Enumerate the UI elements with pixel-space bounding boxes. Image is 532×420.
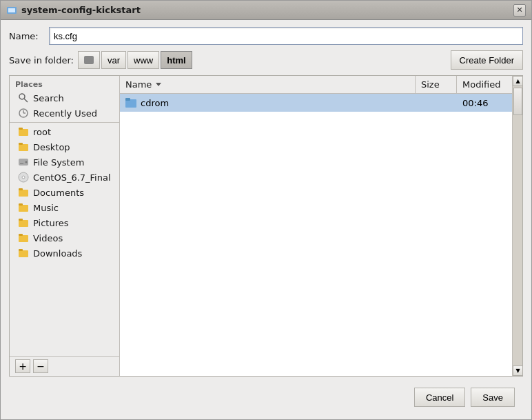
save-in-folder-label: Save in folder: bbox=[9, 55, 75, 66]
svg-rect-8 bbox=[19, 128, 23, 130]
svg-line-3 bbox=[24, 99, 28, 102]
breadcrumb-html[interactable]: html bbox=[161, 51, 192, 69]
column-modified-label: Modified bbox=[462, 79, 500, 90]
file-size-cell bbox=[416, 94, 457, 112]
sidebar-item-centos[interactable]: CentOS_6.7_Final bbox=[10, 170, 119, 185]
table-row[interactable]: cdrom 00:46 bbox=[120, 94, 512, 112]
sidebar-item-music[interactable]: Music bbox=[10, 200, 119, 215]
folder-row: Save in folder: var www html Create Fold… bbox=[9, 50, 523, 70]
breadcrumb-www-label: www bbox=[134, 55, 153, 66]
breadcrumb-root[interactable] bbox=[78, 51, 100, 69]
svg-rect-16 bbox=[19, 190, 28, 197]
sidebar-item-documents[interactable]: Documents bbox=[10, 185, 119, 200]
svg-rect-27 bbox=[125, 98, 130, 101]
column-size[interactable]: Size bbox=[416, 76, 457, 93]
svg-rect-19 bbox=[19, 203, 23, 206]
breadcrumb-var[interactable]: var bbox=[101, 51, 126, 69]
file-modified-cell: 00:46 bbox=[457, 94, 512, 112]
create-folder-button[interactable]: Create Folder bbox=[451, 50, 523, 70]
sidebar-item-centos-label: CentOS_6.7_Final bbox=[33, 172, 111, 183]
svg-rect-23 bbox=[19, 234, 23, 236]
cdrom-icon bbox=[18, 172, 29, 183]
scrollbar-track[interactable] bbox=[513, 86, 522, 366]
sidebar-item-documents-label: Documents bbox=[33, 188, 84, 198]
titlebar: system-config-kickstart ✕ bbox=[1, 1, 531, 20]
scrollbar-down-button[interactable]: ▼ bbox=[513, 366, 523, 376]
file-list: Name Size Modified bbox=[120, 76, 512, 376]
file-list-header: Name Size Modified bbox=[120, 76, 512, 94]
main-area: Places Search Recently Used bbox=[9, 75, 523, 377]
clock-icon bbox=[18, 108, 29, 119]
svg-rect-13 bbox=[20, 163, 23, 164]
sidebar-divider-1 bbox=[10, 122, 119, 123]
sidebar-item-downloads[interactable]: Downloads bbox=[10, 246, 119, 261]
name-row: Name: bbox=[9, 27, 523, 45]
svg-rect-25 bbox=[19, 249, 23, 251]
svg-point-15 bbox=[22, 176, 25, 179]
name-label: Name: bbox=[9, 31, 43, 41]
breadcrumb-www[interactable]: www bbox=[127, 51, 159, 69]
harddrive-icon bbox=[18, 157, 29, 168]
cancel-button[interactable]: Cancel bbox=[414, 388, 465, 407]
remove-bookmark-button[interactable]: − bbox=[33, 359, 48, 373]
folder-icon bbox=[18, 217, 29, 228]
folder-icon bbox=[18, 187, 29, 198]
sidebar-item-root-label: root bbox=[33, 127, 51, 137]
column-name-label: Name bbox=[125, 79, 152, 90]
harddrive-icon bbox=[84, 56, 94, 64]
sidebar-item-downloads-label: Downloads bbox=[33, 248, 82, 259]
svg-rect-7 bbox=[19, 129, 28, 136]
svg-rect-24 bbox=[19, 250, 28, 257]
sidebar-item-search-label: Search bbox=[33, 93, 64, 103]
app-icon bbox=[6, 5, 17, 16]
sidebar-item-desktop[interactable]: Desktop bbox=[10, 139, 119, 154]
column-name[interactable]: Name bbox=[120, 76, 416, 93]
dialog-title: system-config-kickstart bbox=[21, 5, 141, 15]
sidebar: Places Search Recently Used bbox=[10, 76, 120, 376]
sidebar-item-videos-label: Videos bbox=[33, 233, 63, 243]
file-modified-label: 00:46 bbox=[462, 98, 488, 108]
sidebar-item-music-label: Music bbox=[33, 203, 59, 213]
breadcrumb-container: var www html bbox=[78, 51, 448, 69]
save-button[interactable]: Save bbox=[471, 388, 515, 407]
sidebar-places-header: Places bbox=[10, 76, 119, 90]
sidebar-item-filesystem[interactable]: File System bbox=[10, 154, 119, 170]
breadcrumb-var-label: var bbox=[108, 55, 120, 66]
add-bookmark-button[interactable]: + bbox=[15, 359, 30, 373]
sidebar-item-filesystem-label: File System bbox=[33, 157, 84, 168]
breadcrumb-html-label: html bbox=[167, 55, 185, 66]
svg-rect-21 bbox=[19, 219, 23, 221]
column-sort-icon bbox=[156, 83, 161, 86]
scrollbar-up-button[interactable]: ▲ bbox=[513, 76, 523, 86]
search-icon bbox=[18, 92, 29, 103]
folder-icon bbox=[18, 248, 29, 259]
svg-rect-20 bbox=[19, 220, 28, 227]
sidebar-item-pictures-label: Pictures bbox=[33, 218, 68, 228]
svg-point-12 bbox=[25, 161, 28, 163]
folder-icon bbox=[18, 141, 29, 152]
dialog-content: Name: Save in folder: var www html Cre bbox=[1, 20, 531, 419]
save-dialog: system-config-kickstart ✕ Name: Save in … bbox=[0, 0, 532, 420]
svg-rect-1 bbox=[8, 8, 15, 12]
sidebar-item-recently-used[interactable]: Recently Used bbox=[10, 106, 119, 121]
sidebar-item-pictures[interactable]: Pictures bbox=[10, 215, 119, 230]
sidebar-footer: + − bbox=[10, 356, 119, 376]
name-input[interactable] bbox=[49, 27, 523, 45]
folder-icon bbox=[18, 202, 29, 213]
column-modified[interactable]: Modified bbox=[457, 76, 512, 93]
file-list-body: cdrom 00:46 bbox=[120, 94, 512, 376]
sidebar-item-search[interactable]: Search bbox=[10, 90, 119, 106]
scrollbar: ▲ ▼ bbox=[512, 76, 522, 376]
sidebar-item-root[interactable]: root bbox=[10, 124, 119, 139]
scrollbar-thumb[interactable] bbox=[513, 88, 522, 115]
svg-rect-22 bbox=[19, 235, 28, 242]
file-name-cell: cdrom bbox=[120, 94, 416, 112]
sidebar-item-desktop-label: Desktop bbox=[33, 142, 70, 152]
folder-icon bbox=[125, 98, 136, 108]
close-button[interactable]: ✕ bbox=[513, 4, 526, 17]
titlebar-left: system-config-kickstart bbox=[6, 5, 141, 16]
sidebar-item-videos[interactable]: Videos bbox=[10, 230, 119, 246]
svg-rect-17 bbox=[19, 188, 23, 190]
column-size-label: Size bbox=[421, 79, 440, 90]
svg-rect-18 bbox=[19, 205, 28, 212]
